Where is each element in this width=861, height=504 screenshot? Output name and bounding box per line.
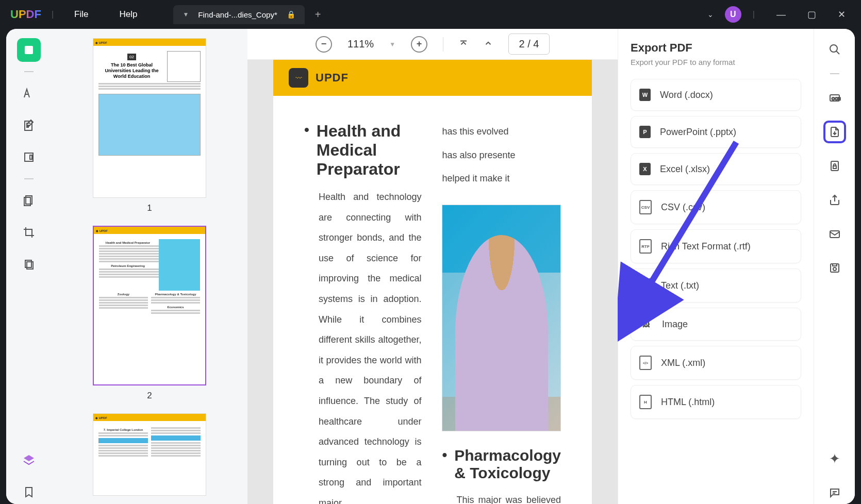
export-csv[interactable]: CSV CSV (.csv) [631, 190, 801, 224]
save-button[interactable] [823, 257, 846, 279]
layers-tool[interactable] [17, 448, 41, 472]
section-text: This major was believed to be an alterna… [442, 490, 561, 504]
app-logo: UPDF [10, 8, 41, 21]
export-image[interactable]: 🖼 Image [631, 308, 801, 341]
thumbnails-panel: ◆ UPDF 02 The 10 Best Global Universitie… [52, 29, 247, 504]
page-tool[interactable] [17, 189, 41, 212]
export-label: Word (.docx) [660, 90, 713, 100]
page-toolbar: − 111% ▼ + 2 / 4 [247, 29, 618, 60]
share-button[interactable] [823, 189, 846, 211]
page-view: − 111% ▼ + 2 / 4 〰 UPDF •Health and Medi… [247, 29, 618, 504]
add-tab-button[interactable]: + [315, 9, 321, 21]
app-body: ◆ UPDF 02 The 10 Best Global Universitie… [6, 29, 855, 504]
html-icon: H [639, 395, 652, 409]
comment-tool[interactable] [17, 81, 41, 105]
svg-rect-16 [833, 264, 837, 266]
separator [830, 73, 839, 74]
user-avatar[interactable]: U [725, 6, 741, 23]
export-label: Image [662, 319, 688, 330]
separator [24, 71, 34, 72]
svg-rect-12 [833, 166, 836, 169]
divider: | [52, 10, 54, 19]
rtf-icon: RTF [639, 239, 652, 254]
export-excel[interactable]: X Excel (.xlsx) [631, 153, 801, 185]
maximize-button[interactable]: ▢ [802, 6, 821, 23]
section-text: Health and technology are connecting wit… [304, 187, 421, 504]
thumbnail-1[interactable]: ◆ UPDF 02 The 10 Best Global Universitie… [82, 38, 217, 213]
export-label: PowerPoint (.pptx) [660, 127, 736, 138]
svg-rect-0 [25, 46, 33, 54]
tab-title: Find-and-...dies_Copy* [198, 10, 277, 19]
export-label: Excel (.xlsx) [660, 164, 710, 175]
separator [24, 178, 34, 179]
thumb-number: 1 [82, 203, 217, 213]
chevron-down-icon[interactable]: ⌄ [707, 10, 714, 19]
export-xml[interactable]: </> XML (.xml) [631, 346, 801, 380]
tab-dropdown-icon[interactable]: ▼ [183, 11, 189, 18]
text-fragment: helped it make it [442, 169, 561, 189]
zoom-dropdown-icon[interactable]: ▼ [389, 41, 395, 48]
email-button[interactable] [823, 223, 846, 245]
doc-logo: UPDF [316, 71, 349, 85]
menu-file[interactable]: File [74, 9, 88, 20]
text-fragment: has this evolved [442, 122, 561, 142]
organize-tool[interactable] [17, 145, 41, 169]
edit-tool[interactable] [17, 113, 41, 137]
page-canvas[interactable]: 〰 UPDF •Health and Medical Preparator He… [247, 60, 618, 504]
zoom-in-button[interactable]: + [411, 36, 427, 53]
titlebar: UPDF | File Help ▼ Find-and-...dies_Copy… [0, 0, 861, 29]
close-button[interactable]: ✕ [833, 6, 851, 23]
document-tab[interactable]: ▼ Find-and-...dies_Copy* 🔒 [173, 5, 304, 24]
export-powerpoint[interactable]: P PowerPoint (.pptx) [631, 116, 801, 148]
minimize-button[interactable]: — [771, 7, 791, 23]
page-indicator[interactable]: 2 / 4 [508, 33, 550, 55]
chat-button[interactable] [823, 481, 846, 504]
menu-help[interactable]: Help [119, 9, 137, 20]
export-text[interactable]: T Text (.txt) [631, 268, 801, 303]
search-button[interactable] [823, 38, 846, 61]
zoom-out-button[interactable]: − [316, 36, 332, 53]
export-subtitle: Export your PDF to any format [631, 58, 801, 66]
svg-rect-13 [830, 231, 839, 238]
xml-icon: </> [639, 356, 652, 370]
section-heading: •Health and Medical Preparator [304, 122, 421, 179]
svg-rect-3 [30, 155, 32, 159]
ocr-button[interactable]: OCR [823, 87, 846, 109]
svg-point-15 [833, 267, 836, 271]
powerpoint-icon: P [639, 126, 651, 138]
zoom-level: 111% [347, 38, 374, 50]
export-button[interactable] [823, 121, 846, 143]
doc-header: 〰 UPDF [273, 60, 592, 96]
reader-tool[interactable] [17, 38, 41, 62]
separator [443, 37, 443, 52]
export-word[interactable]: W Word (.docx) [631, 79, 801, 111]
export-html[interactable]: H HTML (.html) [631, 385, 801, 419]
document-page: 〰 UPDF •Health and Medical Preparator He… [273, 60, 592, 504]
redact-tool[interactable] [17, 253, 41, 276]
export-rtf[interactable]: RTF Rich Text Format (.rtf) [631, 229, 801, 263]
thumbnail-3[interactable]: ◆ UPDF 7. Imperial College London [82, 413, 217, 496]
image-icon: 🖼 [639, 317, 653, 331]
export-label: Rich Text Format (.rtf) [661, 241, 751, 252]
prev-page-button[interactable] [484, 39, 493, 50]
export-panel: Export PDF Export your PDF to any format… [618, 29, 814, 504]
crop-tool[interactable] [17, 221, 41, 244]
right-toolbar: OCR ✦ [814, 29, 855, 504]
bookmark-tool[interactable] [17, 480, 41, 504]
lock-icon: 🔒 [287, 10, 295, 19]
protect-button[interactable] [823, 155, 846, 177]
word-icon: W [639, 89, 651, 101]
divider: | [753, 10, 755, 19]
export-label: XML (.xml) [661, 358, 705, 368]
text-icon: T [639, 278, 652, 293]
ai-button[interactable]: ✦ [823, 447, 846, 470]
left-toolbar [6, 29, 52, 504]
text-fragment: has also presente [442, 145, 561, 166]
first-page-button[interactable] [459, 39, 468, 50]
csv-icon: CSV [639, 200, 652, 214]
thumbnail-2[interactable]: ◆ UPDF Health and Medical Preparator Pet… [82, 226, 217, 401]
svg-text:OCR: OCR [832, 96, 841, 101]
export-label: Text (.txt) [661, 280, 699, 291]
excel-icon: X [639, 163, 651, 175]
thumb-number: 2 [82, 391, 217, 401]
